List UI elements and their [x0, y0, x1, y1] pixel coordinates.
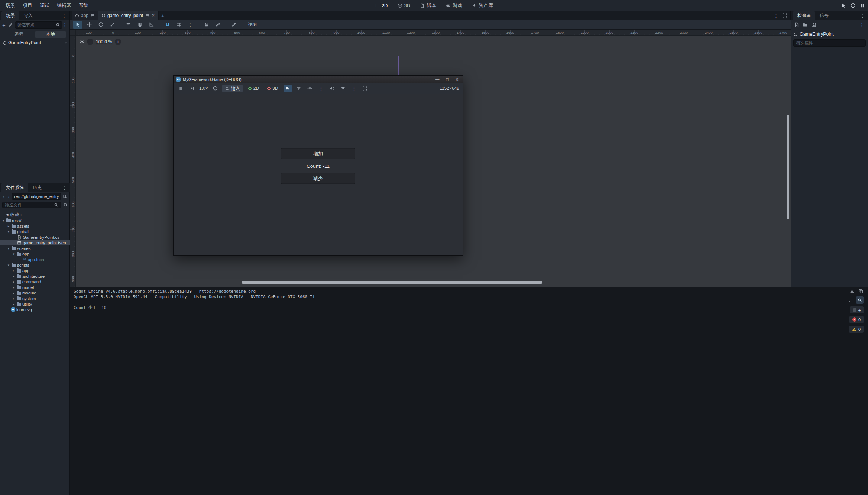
new-scene-tab-button[interactable]: + [159, 12, 167, 20]
attached-script-icon[interactable] [65, 40, 69, 45]
workspace-3d[interactable]: 3D [394, 2, 414, 10]
inspected-node-row[interactable]: GameEntryPoint [791, 30, 868, 39]
selection-list-button[interactable] [295, 85, 303, 92]
save-resource-icon[interactable] [811, 22, 816, 27]
load-resource-folder-icon[interactable] [803, 22, 808, 27]
fs-row-utility[interactable]: ▸ utility [0, 301, 70, 307]
new-resource-icon[interactable] [794, 22, 799, 27]
zoom-out-button[interactable]: − [87, 39, 93, 45]
picking-options-menu[interactable]: ⋮ [317, 85, 325, 92]
menu-item[interactable]: 项目 [19, 1, 36, 10]
smart-snap-toggle[interactable] [162, 21, 172, 29]
menu-item[interactable]: 编辑器 [54, 1, 75, 10]
fs-row-gameentrypoint-cs[interactable]: GameEntryPoint.cs [0, 234, 70, 240]
mute-audio-button[interactable] [328, 85, 336, 92]
expander-icon[interactable]: ▾ [7, 263, 10, 267]
gamepad-input-button[interactable] [339, 85, 347, 92]
expander-icon[interactable]: ▾ [7, 230, 10, 234]
menu-item[interactable]: 帮助 [75, 1, 92, 10]
expander-icon[interactable]: ▸ [12, 286, 16, 289]
fs-row-assets[interactable]: ▸ assets [0, 223, 70, 229]
fs-row-global[interactable]: ▾ global [0, 229, 70, 234]
fs-row-scripts[interactable]: ▾ scripts [0, 262, 70, 268]
canvas-hscrollbar-thumb[interactable] [242, 281, 542, 284]
ruler-tool-button[interactable] [146, 21, 156, 29]
fs-row-module[interactable]: ▸ module [0, 290, 70, 296]
fs-row-res-root[interactable]: ▾ res:// [0, 218, 70, 223]
window-close-button[interactable]: × [456, 77, 459, 82]
fs-row-scenes[interactable]: ▾ scenes [0, 245, 70, 251]
fullscreen-button[interactable] [361, 85, 369, 92]
lock-selected-button[interactable] [201, 21, 211, 29]
scene-tree-root-row[interactable]: GameEntryPoint [0, 39, 69, 46]
canvas-vscrollbar-thumb[interactable] [787, 115, 789, 219]
expander-icon[interactable]: ▾ [12, 252, 16, 256]
window-maximize-button[interactable]: □ [446, 77, 449, 82]
instance-scene-link-icon[interactable] [8, 23, 13, 27]
remote-button[interactable]: 远程 [4, 31, 34, 38]
fs-dock-menu-icon[interactable]: ⋮ [62, 185, 67, 190]
add-node-icon[interactable]: + [2, 22, 6, 28]
current-path-field[interactable] [12, 193, 61, 200]
inspector-menu-icon[interactable]: ⋮ [859, 23, 864, 27]
embed-options-menu[interactable]: ⋮ [350, 85, 358, 92]
camera-3d-toggle[interactable]: 3D [265, 85, 281, 92]
menu-item[interactable]: 场景 [2, 1, 19, 10]
menu-item[interactable]: 调试 [36, 1, 53, 10]
game-window-titlebar[interactable]: MyGFrameworkGame (DEBUG) — □ × [174, 76, 463, 83]
scene-tab-app[interactable]: app [72, 11, 98, 20]
restart-button[interactable] [211, 85, 219, 92]
pause-game-button[interactable] [859, 3, 865, 9]
tab-scene-dock[interactable]: 场景 [1, 11, 19, 20]
expander-icon[interactable]: ▾ [7, 247, 10, 250]
pan-tool-button[interactable] [135, 21, 145, 29]
workspace-2d[interactable]: 2D [371, 2, 392, 10]
expander-icon[interactable]: ▸ [12, 269, 16, 273]
select-tool-button[interactable] [73, 21, 82, 29]
decrease-button[interactable]: 减少 [281, 173, 355, 184]
next-frame-button[interactable] [188, 85, 196, 92]
copy-log-icon[interactable] [858, 289, 864, 294]
expand-viewport-icon[interactable] [782, 13, 787, 18]
2d-canvas[interactable]: − 100.0 % + MyGFrameworkGame (DEBUG) — □… [76, 36, 791, 287]
node-picking-button[interactable] [284, 85, 292, 92]
tab-history[interactable]: 历史 [28, 183, 46, 192]
fs-row-icon-svg[interactable]: icon.svg [0, 307, 70, 312]
save-log-icon[interactable] [849, 289, 855, 294]
skeleton-options-button[interactable] [229, 21, 239, 29]
suspend-button[interactable] [177, 85, 185, 92]
scene-tabs-menu-icon[interactable]: ⋮ [774, 13, 778, 18]
tab-inspector-dock[interactable]: 检查器 [793, 11, 815, 20]
rotate-tool-button[interactable] [96, 21, 106, 29]
fs-row-scenes-app[interactable]: ▾ app [0, 251, 70, 257]
workspace-assetlib[interactable]: 资产库 [468, 1, 497, 10]
group-selected-button[interactable] [213, 21, 223, 29]
zoom-in-button[interactable]: + [115, 39, 121, 45]
selection-visible-button[interactable] [306, 85, 314, 92]
tab-filesystem[interactable]: 文件系统 [1, 183, 28, 192]
fs-row-command[interactable]: ▸ command [0, 279, 70, 284]
fs-row-favorites[interactable]: ★ 收藏： [0, 212, 70, 218]
workspace-game[interactable]: 游戏 [442, 1, 466, 10]
warnings-filter-badge[interactable]: 0 [849, 326, 864, 333]
close-tab-icon[interactable]: × [152, 13, 155, 18]
dock-menu-icon[interactable]: ⋮ [62, 13, 67, 18]
tab-node-signals-dock[interactable]: 信号 [815, 11, 833, 20]
expander-icon[interactable]: ▸ [12, 297, 16, 300]
sort-files-icon[interactable] [63, 202, 68, 207]
local-button[interactable]: 本地 [35, 31, 66, 38]
fs-row-architecture[interactable]: ▸ architecture [0, 273, 70, 279]
increase-button[interactable]: 增加 [281, 148, 355, 159]
dock-menu-icon[interactable]: ⋮ [860, 13, 865, 18]
snap-options-menu[interactable]: ⋮ [185, 21, 195, 29]
filter-files-input[interactable] [2, 202, 61, 208]
nav-forward-icon[interactable]: › [7, 193, 10, 199]
fs-row-app-tscn[interactable]: app.tscn [0, 257, 70, 262]
filter-log-icon[interactable] [847, 297, 852, 303]
errors-filter-badge[interactable]: × 0 [849, 316, 864, 323]
embedded-game-window[interactable]: MyGFrameworkGame (DEBUG) — □ × 1.0× 输入 [173, 75, 463, 256]
expander-icon[interactable]: ▸ [12, 274, 16, 278]
expander-icon[interactable]: ▸ [7, 224, 10, 228]
fs-row-model[interactable]: ▸ model [0, 284, 70, 290]
expander-icon[interactable]: ▾ [1, 219, 5, 222]
